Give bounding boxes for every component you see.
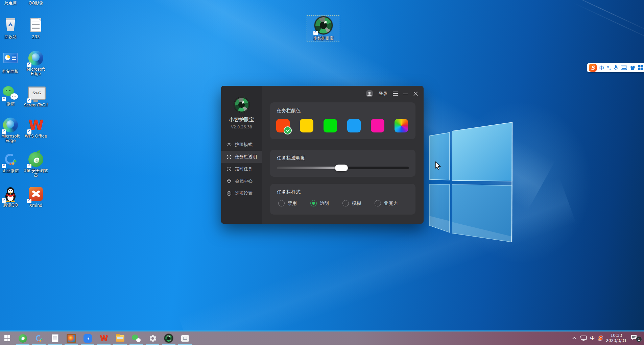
slider-thumb[interactable] — [335, 165, 348, 171]
desktop-icon-qq-image[interactable]: QQ影像 — [24, 0, 48, 6]
desktop-icon-xmind[interactable]: Xmind — [24, 187, 48, 208]
radio-transparent[interactable]: 透明 — [310, 200, 329, 206]
login-button[interactable]: 登录 — [379, 91, 387, 97]
windows-start-icon — [4, 335, 10, 341]
microphone-icon[interactable] — [614, 65, 618, 71]
taskbar-item-notepad[interactable] — [47, 331, 63, 345]
tray-ime-indicator[interactable]: 中 — [590, 335, 595, 341]
taskbar-item-wps[interactable]: W — [96, 331, 112, 345]
skin-icon[interactable] — [630, 66, 636, 70]
minimize-button[interactable] — [403, 94, 408, 94]
running-indicator — [81, 344, 94, 345]
eyecare-app-icon — [314, 16, 333, 34]
desktop-icon-wecom[interactable]: 企业微信 — [0, 152, 23, 173]
menu-item-member-center[interactable]: 会员中心 — [221, 175, 262, 187]
desktop-icon-edge-2[interactable]: Microsoft Edge — [0, 118, 23, 143]
clock-icon — [226, 166, 232, 172]
menu-item-eye-mode[interactable]: 护眼模式 — [221, 139, 262, 151]
blue-plane-app-icon — [84, 334, 92, 343]
taskbar-item-wecom[interactable] — [31, 331, 47, 345]
text-document-icon — [28, 18, 44, 34]
taskbar-item-file-explorer[interactable] — [112, 331, 128, 345]
eyecare-app-window: 小智护眼宝 V2.0.26.38 护眼模式 任务栏透明 — [221, 86, 424, 224]
sogou-input-toolbar[interactable]: S 中 °, — [587, 63, 644, 72]
icon-label: 企业微信 — [0, 169, 23, 173]
xmind-icon — [28, 187, 44, 202]
panel-title: 任务栏样式 — [277, 189, 301, 195]
running-indicator — [162, 344, 175, 345]
sogou-logo-icon[interactable]: S — [589, 64, 597, 72]
desktop-icon-recycle-bin[interactable]: 回收站 — [0, 18, 23, 39]
wps-icon: W — [100, 334, 108, 342]
taskbar-item-white-tool[interactable] — [177, 331, 193, 345]
radio-disable[interactable]: 禁用 — [278, 200, 297, 206]
360-glyph: e — [33, 154, 39, 165]
color-swatch-magenta[interactable] — [371, 119, 384, 132]
desktop-icon-qq[interactable]: 腾讯QQ — [0, 187, 23, 207]
notification-center-button[interactable]: 1 — [630, 334, 642, 342]
wechat-icon — [132, 334, 141, 342]
punctuation-button[interactable]: °, — [607, 66, 611, 70]
taskbar-item-360-browser[interactable]: e — [15, 331, 31, 345]
desktop-icon-wps[interactable]: W WPS Office — [24, 118, 48, 139]
tray-time: 10:33 — [605, 333, 627, 338]
color-swatch-red[interactable] — [276, 119, 290, 132]
desktop-icon-360-browser[interactable]: e 360安全浏览器 — [24, 152, 48, 177]
taskbar-item-eyecare-app[interactable] — [161, 331, 177, 345]
close-button[interactable] — [413, 92, 418, 96]
icon-label: Microsoft Edge — [0, 134, 23, 143]
keyboard-icon[interactable] — [621, 66, 627, 70]
start-button[interactable] — [0, 331, 15, 345]
desktop-icon-wechat[interactable]: 微信 — [0, 85, 23, 106]
shortcut-arrow-icon — [2, 198, 6, 203]
menu-item-taskbar-transparency[interactable]: 任务栏透明 — [221, 151, 262, 163]
icon-label: 360安全浏览器 — [24, 169, 48, 177]
icon-label: WPS Office — [24, 134, 48, 139]
taskbar-item-paint[interactable] — [63, 331, 79, 345]
running-indicator — [113, 344, 127, 345]
desktop-icon-edge-1[interactable]: Microsoft Edge — [24, 51, 48, 76]
radio-blur[interactable]: 模糊 — [342, 200, 361, 206]
color-swatches — [276, 119, 408, 132]
taskbar-color-panel: 任务栏颜色 — [270, 102, 415, 139]
radio-acrylic[interactable]: 亚克力 — [375, 200, 398, 206]
panel-title: 任务栏颜色 — [277, 108, 301, 114]
color-swatch-yellow[interactable] — [300, 119, 313, 132]
running-indicator — [178, 344, 192, 345]
menu-item-options[interactable]: 选项设置 — [221, 187, 262, 199]
desktop-icon-eyecare-app[interactable]: 小智护眼宝 — [307, 16, 340, 42]
app-logo-icon — [234, 97, 249, 113]
radio-circle-icon — [278, 200, 285, 206]
desktop-icon-233[interactable]: 233 — [24, 18, 48, 39]
recycle-bin-icon — [3, 18, 18, 34]
running-indicator — [146, 344, 159, 345]
wps-icon: W — [28, 118, 44, 133]
taskbar-item-wechat[interactable] — [128, 331, 144, 345]
notification-badge: 1 — [636, 336, 642, 342]
taskbar-transparency-panel: 任务栏透明度 — [270, 150, 415, 177]
user-avatar-icon[interactable] — [366, 90, 373, 97]
tray-expand-chevron-icon[interactable] — [572, 337, 576, 340]
tray-clock[interactable]: 10:33 2023/3/31 — [605, 333, 627, 343]
color-swatch-rainbow[interactable] — [395, 119, 408, 132]
desktop-icon-screentogif[interactable]: S>G ScreenToGif — [24, 85, 48, 107]
shortcut-arrow-icon — [27, 164, 31, 168]
sogou-tray-icon[interactable]: S — [598, 335, 602, 342]
shortcut-arrow-icon — [2, 164, 6, 168]
color-swatch-blue[interactable] — [347, 119, 361, 132]
radio-circle-icon — [375, 200, 381, 206]
color-swatch-green[interactable] — [324, 119, 337, 132]
toolbox-grid-icon[interactable] — [638, 65, 643, 70]
taskbar-item-blue-plane-app[interactable] — [79, 331, 96, 345]
taskbar-item-settings[interactable] — [144, 331, 161, 345]
app-titlebar: 登录 — [262, 86, 424, 101]
menu-item-scheduled-tasks[interactable]: 定时任务 — [221, 163, 262, 175]
menu-hamburger-icon[interactable] — [393, 92, 398, 96]
ime-mode-button[interactable]: 中 — [599, 66, 604, 70]
desktop-icon-control-panel[interactable]: 控制面板 — [0, 51, 23, 74]
icon-label: 微信 — [0, 102, 23, 106]
file-explorer-icon — [116, 335, 124, 342]
desktop-icon-this-pc[interactable]: 此电脑 — [0, 0, 23, 6]
network-icon[interactable] — [580, 336, 587, 341]
transparency-slider[interactable] — [277, 167, 409, 169]
